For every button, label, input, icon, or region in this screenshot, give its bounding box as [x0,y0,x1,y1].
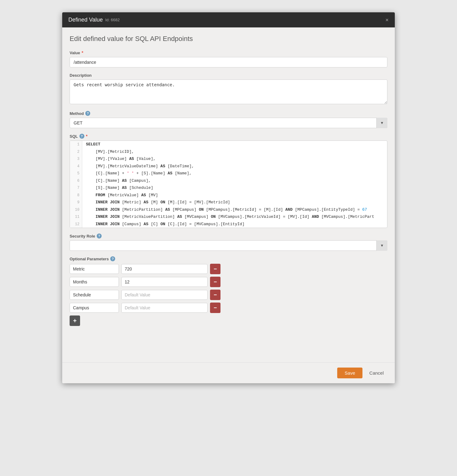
modal-header: Defined Value Id: 6682 × [62,12,395,27]
modal-title-group: Defined Value Id: 6682 [68,17,120,23]
code-line: 11 INNER JOIN [MetricValuePartition] AS … [70,213,387,221]
description-label: Description [70,73,387,78]
remove-months-button[interactable]: − [210,277,220,287]
sql-required-star: * [86,134,87,139]
param-row: − [70,303,387,313]
minus-icon: − [214,305,217,311]
cancel-button[interactable]: Cancel [366,368,387,378]
modal-footer: Save Cancel [62,362,395,383]
sql-help-icon[interactable]: ? [79,134,84,139]
method-select-wrapper: GET POST PUT DELETE ▼ [70,118,387,128]
code-lines: 1 SELECT 2 [MV].[MetricID], 3 [MV].[YVal… [70,141,387,228]
sql-field-group: SQL ? * 1 SELECT 2 [MV].[MetricID], 3 [70,134,387,228]
method-label: Method ? [70,111,387,116]
page-subtitle: Edit defined value for SQL API Endpoints [70,35,387,43]
remove-campus-button[interactable]: − [210,303,220,313]
code-line: 4 [MV].[MetricValueDateTime] AS [DateTim… [70,163,387,170]
param-key-months[interactable] [70,277,119,287]
security-role-select-wrapper: ▼ [70,240,387,251]
code-line: 1 SELECT [70,141,387,148]
param-value-campus[interactable] [121,303,208,313]
security-role-label: Security Role ? [70,234,387,238]
minus-icon: − [214,279,217,285]
code-line: 12 INNER JOIN [Campus] AS [C] ON [C].[Id… [70,221,387,228]
plus-icon: + [73,317,77,324]
param-key-metric[interactable] [70,264,119,274]
remove-metric-button[interactable]: − [210,264,220,274]
required-star: * [82,50,83,55]
security-role-help-icon[interactable]: ? [97,234,102,238]
method-field-group: Method ? GET POST PUT DELETE ▼ [70,111,387,128]
param-value-months[interactable] [121,277,208,287]
params-list: − − − [70,264,387,326]
value-input[interactable] [70,57,387,67]
sql-code-editor[interactable]: 1 SELECT 2 [MV].[MetricID], 3 [MV].[YVal… [70,140,387,228]
param-key-campus[interactable] [70,303,119,313]
param-value-schedule[interactable] [121,290,208,300]
minus-icon: − [214,266,217,272]
param-row: − [70,264,387,274]
optional-params-group: Optional Parameters ? − − [70,256,387,326]
description-field-group: Description Gets recent worship service … [70,73,387,105]
security-role-field-group: Security Role ? ▼ [70,234,387,251]
code-line: 5 [C].[Name] + ' ' + [S].[Name] AS [Name… [70,170,387,177]
param-key-schedule[interactable] [70,290,119,300]
method-help-icon[interactable]: ? [85,111,90,116]
optional-params-help-icon[interactable]: ? [110,256,115,261]
value-field-group: Value * [70,50,387,67]
param-value-metric[interactable] [121,264,208,274]
minus-icon: − [214,292,217,298]
code-line: 8 FROM [MetricValue] AS [MV] [70,192,387,199]
modal-id: Id: 6682 [105,18,120,22]
optional-params-label: Optional Parameters ? [70,256,387,261]
code-line: 10 INNER JOIN [MetricPartition] AS [MPCa… [70,206,387,214]
method-select[interactable]: GET POST PUT DELETE [70,118,387,128]
remove-schedule-button[interactable]: − [210,290,220,300]
description-input[interactable]: Gets recent worship service attendance. [70,79,387,104]
modal-title: Defined Value [68,17,103,23]
code-line: 6 [C].[Name] AS [Campus], [70,177,387,185]
value-label: Value * [70,50,387,55]
save-button[interactable]: Save [337,368,362,378]
code-line: 7 [S].[Name] AS [Schedule] [70,184,387,192]
modal-container: Defined Value Id: 6682 × Edit defined va… [62,12,395,383]
code-line: 9 INNER JOIN [Metric] AS [M] ON [M].[Id]… [70,199,387,206]
param-row: − [70,277,387,287]
security-role-select[interactable] [70,240,387,251]
code-line: 2 [MV].[MetricID], [70,148,387,156]
add-param-button[interactable]: + [70,315,80,326]
code-line: 3 [MV].[YValue] AS [Value], [70,155,387,163]
modal-body: Edit defined value for SQL API Endpoints… [62,27,395,362]
param-row: − [70,290,387,300]
sql-label: SQL ? * [70,134,387,139]
close-icon[interactable]: × [385,17,389,23]
